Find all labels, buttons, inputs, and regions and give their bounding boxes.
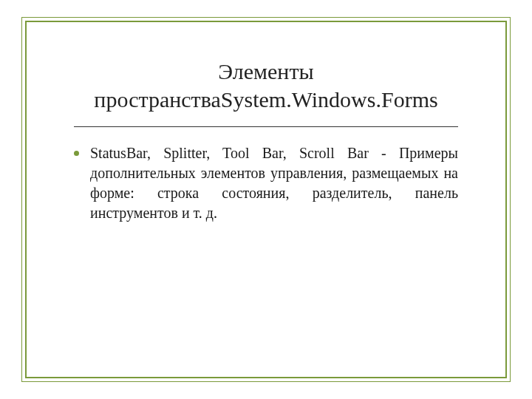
slide: Элементы пространстваSystem.Windows.Form… [0,0,532,399]
slide-title: Элементы пространстваSystem.Windows.Form… [74,58,458,113]
bullet-list: StatusBar, Splitter, Tool Bar, Scroll Ba… [74,143,458,223]
slide-frame: Элементы пространстваSystem.Windows.Form… [25,21,507,378]
title-rule [74,126,458,127]
slide-body: StatusBar, Splitter, Tool Bar, Scroll Ba… [74,143,458,223]
list-item: StatusBar, Splitter, Tool Bar, Scroll Ba… [74,143,458,223]
